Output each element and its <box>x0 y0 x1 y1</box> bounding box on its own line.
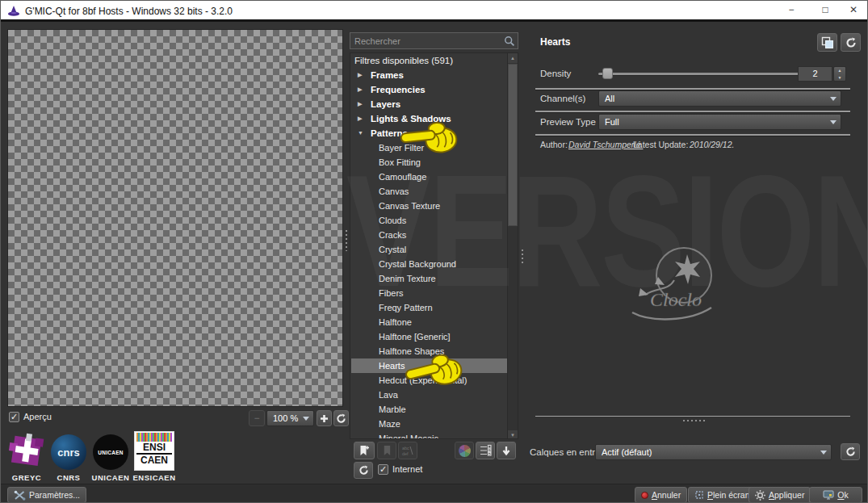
author-link[interactable]: David Tschumperlé. <box>568 140 643 149</box>
filter-category-layers[interactable]: ▶Layers <box>351 97 508 111</box>
color-wheel-icon <box>459 445 471 457</box>
gmic-wizard-hat-icon <box>7 5 20 18</box>
channels-label: Channel(s) <box>540 94 585 103</box>
filter-item-label: Maze <box>379 419 400 429</box>
dropdown-arrow-icon <box>820 451 827 455</box>
separator <box>535 111 850 112</box>
filter-item-label: Mineral Mosaic <box>379 434 438 439</box>
cloclo-signature-text: Cloclo <box>650 289 702 310</box>
filter-item-label: Fibers <box>379 288 404 298</box>
density-slider-track[interactable] <box>598 73 817 75</box>
reset-zoom-button[interactable] <box>333 410 349 426</box>
filter-item-mineral-mosaic[interactable]: Mineral Mosaic <box>351 431 508 439</box>
add-fave-button[interactable] <box>354 442 375 459</box>
remove-fave-button[interactable] <box>377 442 396 459</box>
filter-item-label: Box Fitting <box>379 157 421 167</box>
copy-command-button[interactable] <box>817 33 837 52</box>
colors-button[interactable] <box>455 442 474 459</box>
filter-item-box-fitting[interactable]: Box Fitting <box>351 155 508 170</box>
settings-button[interactable]: Paramètres... <box>7 487 86 503</box>
svg-text:abc: abc <box>402 446 409 451</box>
search-icon <box>504 36 515 47</box>
cancel-button-label: Annuler <box>652 490 681 500</box>
reset-parameters-button[interactable] <box>841 33 861 52</box>
fullscreen-button[interactable]: Plein écran <box>688 487 757 503</box>
input-layers-label: Calques en entrée <box>530 447 606 457</box>
filter-item-clouds[interactable]: Clouds <box>351 213 508 228</box>
channels-dropdown[interactable]: All <box>598 90 841 107</box>
cnrs-logo-text: cnrs <box>57 446 79 459</box>
input-layers-value: Actif (défaut) <box>602 447 652 457</box>
preview-type-label: Preview Type <box>540 117 596 127</box>
input-layers-dropdown[interactable]: Actif (défaut) <box>595 444 832 460</box>
filter-item-cracks[interactable]: Cracks <box>351 228 508 242</box>
apply-button-label: Appliquer <box>769 490 804 500</box>
download-filters-button[interactable] <box>497 442 516 459</box>
filter-item-denim-texture[interactable]: Denim Texture <box>351 271 508 286</box>
filter-item-halftone-generic[interactable]: Halftone [Generic] <box>351 329 508 344</box>
internet-checkbox[interactable]: ✓ <box>378 464 388 475</box>
density-value-field[interactable]: 2 <box>798 66 832 82</box>
apply-button[interactable]: Appliquer <box>748 487 811 503</box>
cancel-button[interactable]: Annuler <box>635 487 687 503</box>
fullscreen-icon <box>694 490 704 500</box>
preview-checkbox-label: Aperçu <box>23 412 52 421</box>
filter-item-label: Canvas Texture <box>379 201 440 211</box>
scrollbar-thumb[interactable] <box>508 64 518 226</box>
internet-checkbox-label: Internet <box>392 464 422 474</box>
spin-down-icon[interactable]: ▼ <box>834 74 845 82</box>
maximize-button[interactable]: □ <box>812 1 838 19</box>
filter-item-label: Lava <box>379 390 398 400</box>
expander-icon[interactable]: ▶ <box>358 97 362 111</box>
density-slider-handle[interactable] <box>602 68 613 79</box>
refresh-filters-button[interactable] <box>354 462 373 479</box>
filter-category-frames[interactable]: ▶Frames <box>351 68 508 82</box>
zoom-out-button[interactable]: − <box>249 410 265 426</box>
filter-item-maze[interactable]: Maze <box>351 417 508 431</box>
filter-search-box[interactable] <box>350 32 518 49</box>
close-button[interactable]: ✕ <box>841 1 866 19</box>
zoom-level-combo[interactable]: 100 % <box>266 410 314 426</box>
ensicaen-caption: ENSICAEN <box>132 473 177 482</box>
filter-item-crystal-background[interactable]: Crystal Background <box>351 257 508 271</box>
refresh-icon <box>359 465 369 476</box>
filter-visibility-button[interactable] <box>476 442 495 459</box>
filter-category-frequencies[interactable]: ▶Frequencies <box>351 82 508 97</box>
filter-item-freqy-pattern[interactable]: Freqy Pattern <box>351 300 508 315</box>
reset-input-layers-button[interactable] <box>841 443 860 460</box>
scroll-down-icon[interactable]: ▼ <box>508 430 518 439</box>
cloclo-watermark: Cloclo <box>621 241 734 327</box>
zoom-in-button[interactable] <box>317 410 332 426</box>
filter-item-label: Crystal <box>379 245 406 254</box>
ensicaen-logo-bars <box>136 433 172 442</box>
expander-icon[interactable]: ▶ <box>358 111 362 126</box>
unicaen-logo: UNICAEN <box>93 434 128 470</box>
expander-icon[interactable]: ▶ <box>358 82 362 97</box>
ok-button[interactable]: Ok <box>809 487 862 503</box>
search-input[interactable] <box>354 34 500 48</box>
rename-fave-button[interactable]: abc def <box>398 442 417 459</box>
filter-item-label: Freqy Pattern <box>379 303 433 312</box>
preview-checkbox[interactable]: ✓ <box>9 412 19 422</box>
filter-item-camouflage[interactable]: Camouflage <box>351 170 508 184</box>
expander-icon-expanded[interactable]: ▼ <box>358 126 363 140</box>
splitter-handle-left[interactable] <box>346 230 347 251</box>
filter-item-halftone[interactable]: Halftone <box>351 315 508 329</box>
splitter-handle-right[interactable] <box>522 249 523 266</box>
scroll-up-icon[interactable]: ▲ <box>508 53 518 63</box>
filter-item-fibers[interactable]: Fibers <box>351 286 508 300</box>
density-spinner[interactable]: ▲ ▼ <box>833 66 846 82</box>
separator <box>535 416 850 417</box>
preview-area-transparent-checkerboard[interactable] <box>7 29 343 407</box>
preview-type-dropdown[interactable]: Full <box>598 114 841 130</box>
filter-item-canvas-texture[interactable]: Canvas Texture <box>351 199 508 213</box>
expander-icon[interactable]: ▶ <box>358 68 362 82</box>
spin-up-icon[interactable]: ▲ <box>834 67 845 74</box>
cancel-icon <box>641 492 648 499</box>
filter-item-marble[interactable]: Marble <box>351 402 508 417</box>
filter-item-canvas[interactable]: Canvas <box>351 184 508 199</box>
filter-list-scrollbar[interactable]: ▲ ▼ <box>507 53 518 439</box>
minimize-button[interactable]: − <box>778 1 804 19</box>
splitter-handle-horizontal[interactable] <box>683 420 705 421</box>
filter-item-crystal[interactable]: Crystal <box>351 242 508 257</box>
